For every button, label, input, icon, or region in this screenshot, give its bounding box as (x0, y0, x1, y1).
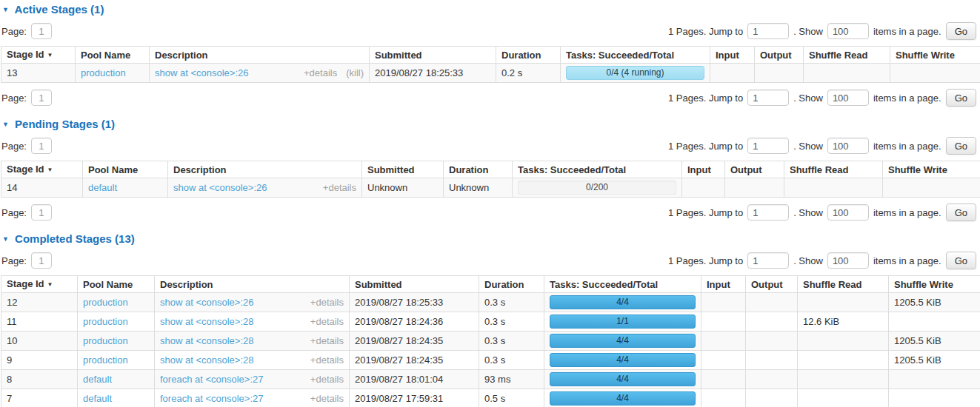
pool-name-link[interactable]: production (83, 335, 128, 346)
pool-name-link[interactable]: production (83, 316, 128, 327)
column-header-stage-id[interactable]: Stage Id▼ (1, 47, 76, 64)
jump-to-input[interactable] (747, 252, 789, 269)
kill-link[interactable]: (kill) (346, 67, 364, 78)
description-link[interactable]: show at <console>:28 (160, 316, 253, 327)
description-link[interactable]: foreach at <console>:27 (160, 393, 264, 404)
page-number-input[interactable] (31, 23, 52, 39)
stage-id-cell: 11 (1, 312, 78, 332)
column-header-tasks-succeeded-total[interactable]: Tasks: Succeeded/Total (513, 161, 682, 178)
table-header-row: Stage Id▼Pool NameDescriptionSubmittedDu… (1, 276, 980, 293)
column-header-description[interactable]: Description (168, 161, 362, 178)
column-header-description[interactable]: Description (150, 47, 370, 64)
column-header-pool-name[interactable]: Pool Name (78, 276, 155, 293)
column-header-duration[interactable]: Duration (444, 161, 513, 178)
description-link[interactable]: foreach at <console>:27 (160, 374, 264, 385)
section-header-active-stages[interactable]: ▼ Active Stages (1) (2, 3, 979, 16)
pool-name-link[interactable]: default (83, 374, 112, 385)
completed-stages-table-container: Stage Id▼Pool NameDescriptionSubmittedDu… (1, 275, 979, 407)
pool-name-link[interactable]: default (83, 393, 112, 404)
details-toggle[interactable]: +details (310, 354, 344, 366)
input-cell (701, 332, 746, 351)
description-cell: show at <console>:26+details(kill) (150, 64, 370, 83)
show-count-input[interactable] (827, 23, 869, 39)
jump-to-input[interactable] (747, 138, 789, 154)
show-count-input[interactable] (827, 90, 869, 106)
page-number-input[interactable] (31, 252, 52, 269)
details-toggle[interactable]: +details (310, 335, 344, 346)
show-count-input[interactable] (827, 204, 869, 221)
column-header-duration[interactable]: Duration (496, 47, 561, 64)
column-header-pool-name[interactable]: Pool Name (83, 161, 168, 178)
shuffle-read-cell (784, 178, 883, 198)
column-header-label: Submitted (355, 279, 402, 290)
pool-name-link[interactable]: production (83, 297, 128, 308)
tasks-progress-label: 4/4 (550, 295, 696, 309)
column-header-input[interactable]: Input (701, 276, 746, 293)
stage-row: 10productionshow at <console>:28+details… (1, 332, 980, 351)
show-count-input[interactable] (827, 252, 869, 269)
go-button[interactable]: Go (946, 22, 976, 40)
pool-name-link[interactable]: production (83, 354, 128, 366)
column-header-submitted[interactable]: Submitted (350, 276, 479, 293)
column-header-stage-id[interactable]: Stage Id▼ (1, 161, 83, 178)
column-header-shuffle-write[interactable]: Shuffle Write (883, 161, 980, 178)
column-header-tasks-succeeded-total[interactable]: Tasks: Succeeded/Total (561, 47, 710, 64)
column-header-shuffle-write[interactable]: Shuffle Write (890, 47, 980, 64)
details-toggle[interactable]: +details (310, 393, 344, 404)
column-header-shuffle-read[interactable]: Shuffle Read (798, 276, 889, 293)
tasks-cell: 4/4 (544, 332, 701, 351)
column-header-tasks-succeeded-total[interactable]: Tasks: Succeeded/Total (544, 276, 701, 293)
go-button[interactable]: Go (946, 137, 976, 155)
page-number-input[interactable] (31, 90, 52, 106)
details-toggle[interactable]: +details (310, 374, 344, 385)
pagination-bar: Page: 1 Pages. Jump to . Show items in a… (1, 89, 978, 107)
column-header-submitted[interactable]: Submitted (370, 47, 496, 64)
section-header-pending-stages[interactable]: ▼ Pending Stages (1) (2, 118, 979, 131)
column-header-label: Duration (449, 164, 488, 175)
description-link[interactable]: show at <console>:26 (155, 67, 248, 78)
jump-to-input[interactable] (747, 23, 789, 39)
description-link[interactable]: show at <console>:28 (160, 335, 253, 346)
pool-name-link[interactable]: default (88, 182, 117, 193)
section-header-completed-stages[interactable]: ▼ Completed Stages (13) (2, 232, 979, 246)
column-header-label: Tasks: Succeeded/Total (566, 50, 674, 61)
details-toggle[interactable]: +details (323, 182, 356, 193)
column-header-submitted[interactable]: Submitted (362, 161, 444, 178)
description-link[interactable]: show at <console>:26 (160, 297, 253, 308)
details-toggle[interactable]: +details (310, 316, 344, 327)
jump-to-input[interactable] (747, 204, 789, 221)
output-cell (746, 370, 798, 389)
column-header-stage-id[interactable]: Stage Id▼ (1, 276, 78, 293)
description-extra: +details (310, 354, 344, 366)
details-toggle[interactable]: +details (310, 297, 344, 308)
show-count-input[interactable] (827, 138, 869, 154)
page-number-input[interactable] (31, 138, 52, 154)
shuffle-read-cell (798, 389, 889, 407)
column-header-input[interactable]: Input (710, 47, 755, 64)
column-header-shuffle-read[interactable]: Shuffle Read (804, 47, 890, 64)
go-button[interactable]: Go (946, 252, 976, 269)
pool-name-link[interactable]: production (81, 67, 126, 78)
jump-to-input[interactable] (747, 90, 789, 106)
page-number-input[interactable] (31, 204, 52, 221)
column-header-duration[interactable]: Duration (479, 276, 544, 293)
details-toggle[interactable]: +details (304, 67, 337, 78)
column-header-output[interactable]: Output (725, 161, 784, 178)
duration-cell: 0.3 s (479, 332, 544, 351)
description-link[interactable]: show at <console>:28 (160, 354, 253, 366)
column-header-pool-name[interactable]: Pool Name (76, 47, 150, 64)
input-cell (701, 370, 746, 389)
tasks-cell: 4/4 (544, 389, 701, 407)
column-header-output[interactable]: Output (746, 276, 798, 293)
go-button[interactable]: Go (946, 204, 976, 221)
output-cell (746, 389, 798, 407)
column-header-label: Shuffle Read (803, 279, 861, 290)
column-header-description[interactable]: Description (155, 276, 350, 293)
description-link[interactable]: show at <console>:26 (173, 182, 267, 193)
stage-row: 13productionshow at <console>:26+details… (1, 64, 980, 83)
column-header-input[interactable]: Input (682, 161, 725, 178)
go-button[interactable]: Go (946, 89, 976, 107)
column-header-shuffle-write[interactable]: Shuffle Write (889, 276, 980, 293)
column-header-output[interactable]: Output (755, 47, 804, 64)
column-header-shuffle-read[interactable]: Shuffle Read (784, 161, 883, 178)
